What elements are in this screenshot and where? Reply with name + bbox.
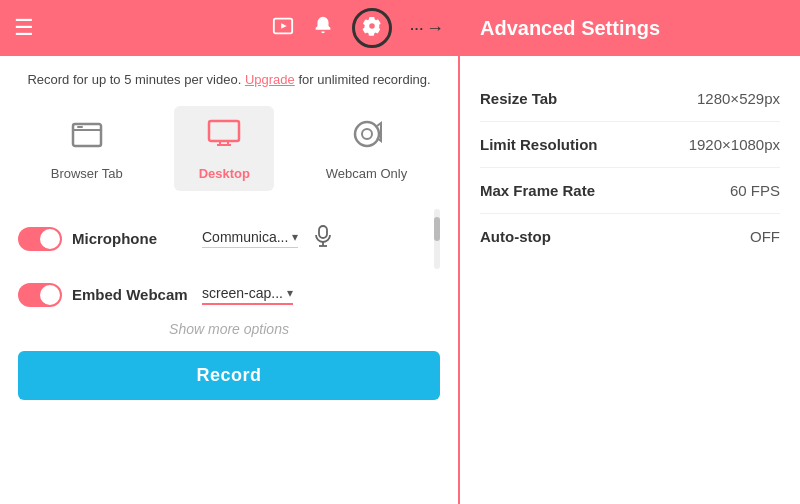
webcam-label: Webcam Only xyxy=(326,166,407,181)
microphone-dropdown[interactable]: Communica... ▾ xyxy=(202,229,298,248)
top-bar: ☰ ··· → xyxy=(0,0,458,56)
left-panel: ☰ ··· → xyxy=(0,0,460,504)
max-frame-rate-value: 60 FPS xyxy=(730,182,780,199)
advanced-settings-header: Advanced Settings xyxy=(460,0,800,56)
browser-tab-label: Browser Tab xyxy=(51,166,123,181)
embed-webcam-toggle[interactable] xyxy=(18,283,62,307)
microphone-toggle[interactable] xyxy=(18,227,62,251)
embed-webcam-dropdown-arrow: ▾ xyxy=(287,286,293,300)
scrollbar-thumb xyxy=(434,217,440,241)
svg-point-6 xyxy=(362,129,372,139)
auto-stop-item: Auto-stop OFF xyxy=(480,214,780,259)
max-frame-rate-label: Max Frame Rate xyxy=(480,182,595,199)
capture-modes: Browser Tab Desktop xyxy=(18,106,440,191)
microphone-dropdown-arrow: ▾ xyxy=(292,230,298,244)
microphone-label: Microphone xyxy=(72,230,192,247)
show-more-options[interactable]: Show more options xyxy=(18,321,440,337)
capture-mode-desktop[interactable]: Desktop xyxy=(174,106,274,191)
capture-mode-webcam[interactable]: Webcam Only xyxy=(312,106,421,191)
bell-icon[interactable] xyxy=(312,15,334,42)
arrow-icon: → xyxy=(426,18,444,39)
advanced-settings-title: Advanced Settings xyxy=(480,17,660,40)
film-icon[interactable] xyxy=(272,15,294,42)
auto-stop-label: Auto-stop xyxy=(480,228,551,245)
resize-tab-value: 1280×529px xyxy=(697,90,780,107)
max-frame-rate-item: Max Frame Rate 60 FPS xyxy=(480,168,780,214)
microphone-value: Communica... xyxy=(202,229,288,245)
browser-tab-icon xyxy=(69,116,105,160)
limit-resolution-value: 1920×1080px xyxy=(689,136,780,153)
embed-webcam-label: Embed Webcam xyxy=(72,286,192,303)
scrollbar[interactable] xyxy=(434,209,440,269)
svg-rect-4 xyxy=(209,121,239,141)
resize-tab-label: Resize Tab xyxy=(480,90,557,107)
microphone-row: Microphone Communica... ▾ xyxy=(18,209,440,269)
embed-webcam-value: screen-cap... xyxy=(202,285,283,301)
right-panel: Advanced Settings Resize Tab 1280×529px … xyxy=(460,0,800,504)
embed-webcam-row: Embed Webcam screen-cap... ▾ xyxy=(18,283,440,307)
embed-webcam-dropdown[interactable]: screen-cap... ▾ xyxy=(202,285,293,305)
desktop-icon xyxy=(206,116,242,160)
gear-icon-wrapper[interactable] xyxy=(352,8,392,48)
capture-mode-browser-tab[interactable]: Browser Tab xyxy=(37,106,137,191)
advanced-arrow: ··· → xyxy=(410,18,444,39)
svg-rect-7 xyxy=(319,226,327,238)
limit-resolution-label: Limit Resolution xyxy=(480,136,598,153)
auto-stop-value: OFF xyxy=(750,228,780,245)
top-bar-icons: ··· → xyxy=(272,8,444,48)
record-info: Record for up to 5 minutes per video. Up… xyxy=(18,70,440,90)
gear-icon xyxy=(361,15,383,42)
limit-resolution-item: Limit Resolution 1920×1080px xyxy=(480,122,780,168)
hamburger-icon[interactable]: ☰ xyxy=(14,17,34,39)
svg-point-5 xyxy=(355,122,379,146)
content-area: Record for up to 5 minutes per video. Up… xyxy=(0,56,458,504)
advanced-settings-list: Resize Tab 1280×529px Limit Resolution 1… xyxy=(460,56,800,279)
svg-rect-3 xyxy=(77,126,83,128)
record-button[interactable]: Record xyxy=(18,351,440,400)
webcam-only-icon xyxy=(349,116,385,160)
resize-tab-item: Resize Tab 1280×529px xyxy=(480,76,780,122)
svg-marker-1 xyxy=(281,23,287,29)
upgrade-link[interactable]: Upgrade xyxy=(245,72,295,87)
dots: ··· xyxy=(410,21,424,36)
microphone-icon xyxy=(314,225,332,252)
desktop-label: Desktop xyxy=(199,166,250,181)
